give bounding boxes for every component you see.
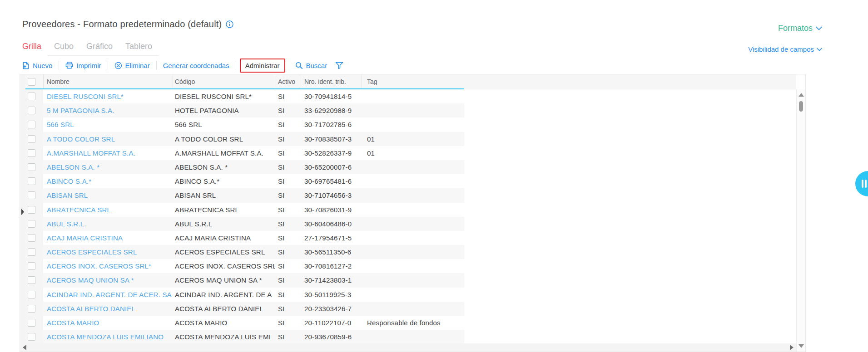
row-checkbox[interactable] <box>28 220 35 228</box>
nro-ident-trib-cell: 30-71074656-3 <box>304 188 366 202</box>
tab-tablero[interactable]: Tablero <box>119 42 159 56</box>
row-checkbox[interactable] <box>28 163 35 171</box>
codigo-cell: ABINCO S.A.* <box>175 174 275 188</box>
nombre-link[interactable]: 566 SRL <box>47 117 174 132</box>
scroll-up-arrow-icon[interactable] <box>799 93 804 97</box>
activo-cell: SI <box>278 217 301 231</box>
row-checkbox[interactable] <box>28 248 35 256</box>
activo-cell: SI <box>278 259 301 273</box>
codigo-cell: ACEROS INOX. CASEROS SRL <box>175 259 275 273</box>
nombre-link[interactable]: ABINCO S.A.* <box>47 174 174 188</box>
activo-cell: SI <box>278 203 301 217</box>
nro-ident-trib-cell: 27-17954671-5 <box>304 231 366 245</box>
formats-label: Formatos <box>778 24 813 33</box>
manage-button[interactable]: Administrar <box>240 59 285 73</box>
row-checkbox[interactable] <box>28 291 35 298</box>
table-row: ABUL S.R.L. ABUL S.R.L SI 30-60406486-0 <box>25 217 796 231</box>
tab-grafico[interactable]: Gráfico <box>80 42 119 56</box>
activo-cell: SI <box>278 273 301 287</box>
handle-bars-icon <box>862 180 863 188</box>
activo-cell: SI <box>278 188 301 202</box>
column-header-activo[interactable]: Activo <box>278 74 295 89</box>
row-checkbox[interactable] <box>28 319 35 327</box>
filter-button[interactable] <box>333 62 344 69</box>
table-row: ACOSTA MENDOZA LUIS EMILIANO ACOSTA MEND… <box>25 330 796 344</box>
nombre-link[interactable]: 5 M PATAGONIA S.A. <box>47 103 174 117</box>
nombre-link[interactable]: ACEROS INOX. CASEROS SRL* <box>47 259 174 273</box>
nombre-link[interactable]: ACOSTA MENDOZA LUIS EMILIANO <box>47 330 174 344</box>
nombre-link[interactable]: A.MARSHALL MOFFAT S.A. <box>47 146 174 160</box>
row-checkbox[interactable] <box>28 234 35 242</box>
search-button[interactable]: Buscar <box>289 62 334 69</box>
row-checkbox[interactable] <box>28 333 35 341</box>
chevron-down-icon <box>816 26 822 30</box>
nombre-link[interactable]: ABELSON S.A. * <box>47 160 174 174</box>
print-button-label: Imprimir <box>76 62 101 69</box>
nombre-link[interactable]: ABISAN SRL <box>47 188 174 202</box>
codigo-cell: ACOSTA ALBERTO DANIEL <box>175 302 275 316</box>
row-checkbox[interactable] <box>28 107 35 114</box>
table-row: ABINCO S.A.* ABINCO S.A.* SI 30-69765481… <box>25 174 796 188</box>
nombre-link[interactable]: ABUL S.R.L. <box>47 217 174 231</box>
nombre-link[interactable]: ACEROS ESPECIALES SRL <box>47 245 174 259</box>
row-checkbox[interactable] <box>28 93 35 100</box>
nombre-link[interactable]: A TODO COLOR SRL <box>47 132 174 146</box>
column-divider <box>275 74 275 89</box>
nombre-link[interactable]: ABRATECNICA SRL <box>47 203 174 217</box>
nombre-link[interactable]: ACINDAR IND. ARGENT. DE ACER. SA <box>47 288 174 302</box>
horizontal-scrollbar[interactable] <box>20 343 796 352</box>
row-checkbox[interactable] <box>28 262 35 270</box>
nro-ident-trib-cell: 30-70941814-5 <box>304 89 366 103</box>
new-document-icon <box>22 62 30 69</box>
column-header-nro-ident-trib[interactable]: Nro. ident. trib. <box>304 74 346 89</box>
tab-cubo[interactable]: Cubo <box>48 42 80 56</box>
nombre-link[interactable]: ACAJ MARIA CRISTINA <box>47 231 174 245</box>
field-visibility-dropdown[interactable]: Visibilidad de campos <box>748 45 822 53</box>
activo-cell: SI <box>278 146 301 160</box>
column-header-codigo[interactable]: Código <box>175 74 195 89</box>
side-panel-handle-button[interactable] <box>855 171 868 196</box>
view-tabs: Grilla Cubo Gráfico Tablero <box>22 42 159 56</box>
new-button[interactable]: Nuevo <box>22 62 59 69</box>
codigo-cell: ABELSON S.A. * <box>175 160 275 174</box>
row-checkbox[interactable] <box>28 177 35 185</box>
delete-button[interactable]: Eliminar <box>108 62 156 69</box>
row-checkbox[interactable] <box>28 276 35 284</box>
nombre-link[interactable]: ACEROS MAQ UNION SA * <box>47 273 174 287</box>
codigo-cell: ACEROS MAQ UNION SA * <box>175 273 275 287</box>
grid-header-row: Nombre Código Activo Nro. ident. trib. T… <box>25 74 796 89</box>
nombre-link[interactable]: ACOSTA ALBERTO DANIEL <box>47 302 174 316</box>
tag-cell: 01 <box>367 132 462 146</box>
activo-cell: SI <box>278 302 301 316</box>
row-checkbox[interactable] <box>28 305 35 313</box>
generate-coordinates-label: Generar coordenadas <box>163 62 229 69</box>
nombre-link[interactable]: ACOSTA MARIO <box>47 316 174 330</box>
field-visibility-label: Visibilidad de campos <box>748 45 814 53</box>
row-checkbox[interactable] <box>28 121 35 128</box>
scroll-down-arrow-icon[interactable] <box>799 344 804 348</box>
toolbar-separator <box>236 61 236 70</box>
row-checkbox[interactable] <box>28 191 35 199</box>
scroll-right-arrow-icon[interactable] <box>790 345 794 350</box>
expand-panel-arrow-icon[interactable] <box>21 209 24 215</box>
table-row: ABISAN SRL ABISAN SRL SI 30-71074656-3 <box>25 188 796 202</box>
print-button[interactable]: Imprimir <box>59 62 107 69</box>
formats-dropdown[interactable]: Formatos <box>778 24 822 33</box>
delete-button-label: Eliminar <box>125 62 150 69</box>
tab-grilla[interactable]: Grilla <box>22 42 48 56</box>
scroll-left-arrow-icon[interactable] <box>23 345 26 350</box>
column-header-tag[interactable]: Tag <box>367 74 377 89</box>
row-checkbox[interactable] <box>28 135 35 143</box>
row-checkbox[interactable] <box>28 149 35 157</box>
vertical-scrollbar-thumb[interactable] <box>799 101 803 112</box>
nombre-link[interactable]: DIESEL RUSCONI SRL* <box>47 89 174 103</box>
column-header-nombre[interactable]: Nombre <box>47 74 69 89</box>
select-all-checkbox[interactable] <box>28 78 35 86</box>
info-icon[interactable] <box>226 20 233 28</box>
codigo-cell: A.MARSHALL MOFFAT S.A. <box>175 146 275 160</box>
vertical-scrollbar[interactable] <box>796 89 805 352</box>
column-divider <box>362 74 362 89</box>
row-checkbox[interactable] <box>28 206 35 214</box>
delete-icon <box>114 62 122 69</box>
generate-coordinates-button[interactable]: Generar coordenadas <box>157 62 236 69</box>
